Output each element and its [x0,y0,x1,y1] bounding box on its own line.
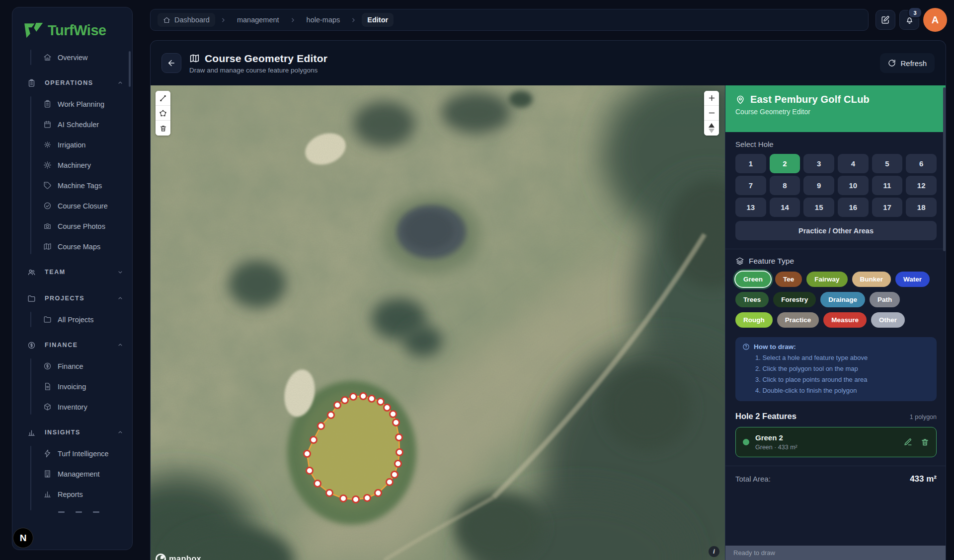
notifications-button[interactable]: 3 [899,10,919,30]
practice-areas-button[interactable]: Practice / Other Areas [735,221,937,240]
polygon-vertex-handle[interactable] [384,405,391,411]
polygon-vertex-handle[interactable] [315,481,321,487]
breadcrumb-editor[interactable]: Editor [362,13,394,27]
sidebar-item-irrigation[interactable]: Irrigation [12,135,132,155]
sidebar-scrollbar[interactable] [129,51,131,87]
polygon-vertex-handle[interactable] [360,393,367,400]
avatar[interactable]: A [923,8,947,32]
sidebar-item-finance[interactable]: Finance [12,356,132,376]
draw-line-tool[interactable] [156,91,170,106]
hole-button[interactable]: 9 [803,176,834,195]
sidebar-item-inventory[interactable]: Inventory [12,397,132,417]
compose-button[interactable] [875,10,895,30]
sidebar-item-invoicing[interactable]: Invoicing [12,376,132,397]
polygon-vertex-handle[interactable] [326,490,333,496]
polygon-vertex-handle[interactable] [396,434,402,441]
sidebar-item-course-photos[interactable]: Course Photos [12,216,132,236]
sidebar-item-ai-scheduler[interactable]: AI Scheduler [12,114,132,135]
feature-type-pill[interactable]: Practice [777,312,819,328]
sidebar-item-machine-tags[interactable]: Machine Tags [12,175,132,196]
sidebar-item-course-closure[interactable]: Course Closure [12,196,132,216]
polygon-vertex-handle[interactable] [318,423,324,429]
nextjs-dev-badge[interactable]: N [13,528,33,548]
zoom-in-button[interactable] [704,91,719,106]
feature-type-pill[interactable]: Rough [735,312,773,328]
polygon-vertex-handle[interactable] [369,396,375,402]
polygon-vertex-handle[interactable] [307,468,313,474]
polygon-vertex-handle[interactable] [311,437,317,443]
back-button[interactable] [161,53,181,73]
hole-button[interactable]: 15 [803,198,834,217]
panel-scrollbar[interactable] [943,87,946,251]
sidebar-section-projects[interactable]: PROJECTS [12,287,132,309]
sidebar-section-insights[interactable]: INSIGHTS [12,421,132,443]
polygon-vertex-handle[interactable] [390,411,397,418]
zoom-out-button[interactable] [704,106,719,121]
polygon-vertex-handle[interactable] [350,394,357,400]
polygon-vertex-handle[interactable] [378,399,384,405]
sidebar-section-finance[interactable]: FINANCE [12,334,132,356]
polygon-vertex-handle[interactable] [393,420,399,426]
polygon-vertex-handle[interactable] [387,479,393,486]
feature-type-pill[interactable]: Tee [775,272,802,287]
feature-type-pill[interactable]: Green [735,272,771,287]
polygon-vertex-handle[interactable] [395,461,401,467]
compass-button[interactable] [704,121,719,136]
hole-button[interactable]: 18 [906,198,937,217]
sidebar-item-all-projects[interactable]: All Projects [12,309,132,330]
sidebar-item-course-maps[interactable]: Course Maps [12,236,132,257]
polygon-vertex-handle[interactable] [334,402,341,409]
feature-type-pill[interactable]: Drainage [820,292,865,307]
feature-type-pill[interactable]: Forestry [773,292,816,307]
feature-list-item[interactable]: Green 2 Green · 433 m² [735,427,937,457]
polygon-vertex-handle[interactable] [392,472,398,478]
refresh-button[interactable]: Refresh [880,53,935,73]
polygon-vertex-handle[interactable] [304,451,311,457]
edit-feature-button[interactable] [904,438,912,446]
hole-button[interactable]: 13 [735,198,766,217]
feature-type-pill[interactable]: Water [895,272,930,287]
hole-button[interactable]: 10 [838,176,869,195]
breadcrumb-dashboard[interactable]: Dashboard [158,13,215,27]
map-info-button[interactable]: i [709,546,719,557]
delete-feature-button[interactable] [921,438,929,446]
feature-type-pill[interactable]: Measure [823,312,867,328]
hole-button[interactable]: 3 [803,154,834,173]
hole-button[interactable]: 8 [770,176,800,195]
feature-type-pill[interactable]: Fairway [806,272,847,287]
feature-type-pill[interactable]: Other [871,312,905,328]
map-canvas[interactable]: mapbox i [151,85,725,560]
mapbox-attribution[interactable]: mapbox [156,554,201,560]
draw-polygon-tool[interactable] [156,106,170,121]
hole-button[interactable]: 17 [872,198,903,217]
hole-button[interactable]: 7 [735,176,766,195]
polygon-vertex-handle[interactable] [375,490,382,496]
hole-button[interactable]: 6 [906,154,937,173]
polygon-vertex-handle[interactable] [397,449,403,456]
sidebar-item-machinery[interactable]: Machinery [12,155,132,175]
feature-type-pill[interactable]: Path [870,292,900,307]
breadcrumb-hole-maps[interactable]: hole-maps [301,13,346,27]
delete-feature-tool[interactable] [156,121,170,136]
sidebar-item-turf-intelligence[interactable]: Turf Intelligence [12,443,132,464]
hole-button[interactable]: 5 [872,154,903,173]
hole-button[interactable]: 14 [770,198,800,217]
hole-button[interactable]: 16 [838,198,869,217]
polygon-vertex-handle[interactable] [353,496,359,503]
breadcrumb-management[interactable]: management [232,13,285,27]
feature-type-pill[interactable]: Bunker [852,272,891,287]
sidebar-item-management[interactable]: Management [12,464,132,484]
hole-button[interactable]: 2 [770,154,800,173]
polygon-vertex-handle[interactable] [342,397,348,404]
hole-button[interactable]: 4 [838,154,869,173]
feature-type-pill[interactable]: Trees [735,292,769,307]
polygon-vertex-handle[interactable] [328,412,334,419]
sidebar-section-operations[interactable]: OPERATIONS [12,72,132,94]
polygon-vertex-handle[interactable] [364,495,371,501]
sidebar-section-team[interactable]: TEAM [12,261,132,283]
polygon-vertex-handle[interactable] [340,495,347,502]
hole-button[interactable]: 1 [735,154,766,173]
sidebar-item-work-planning[interactable]: Work Planning [12,94,132,114]
hole-button[interactable]: 11 [872,176,903,195]
sidebar-item-overview[interactable]: Overview [12,47,132,68]
